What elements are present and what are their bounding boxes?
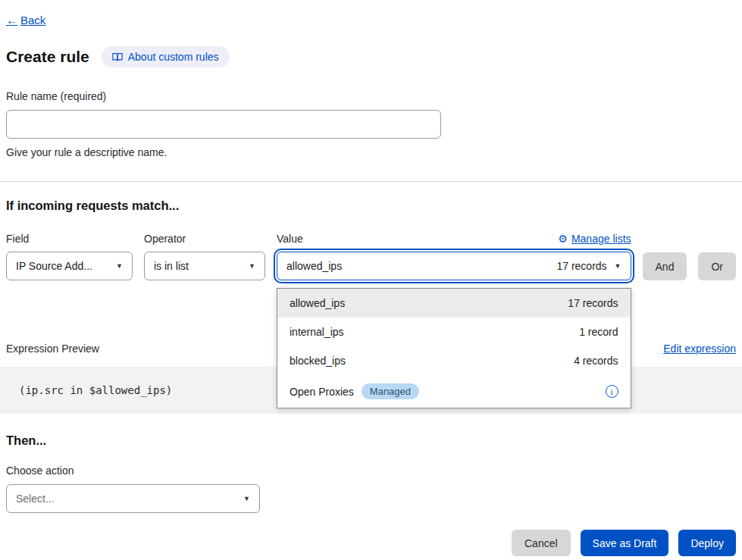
value-select-value: allowed_ips bbox=[286, 260, 342, 272]
then-section-heading: Then... bbox=[6, 433, 736, 448]
section-divider bbox=[0, 181, 742, 182]
about-custom-rules-link[interactable]: About custom rules bbox=[102, 46, 230, 67]
cancel-button[interactable]: Cancel bbox=[512, 530, 571, 556]
choose-action-label: Choose action bbox=[6, 465, 736, 477]
action-select[interactable]: Select... ▼ bbox=[6, 484, 260, 513]
edit-expression-link[interactable]: Edit expression bbox=[663, 343, 736, 355]
operator-select-value: is in list bbox=[154, 260, 189, 272]
list-name: internal_ips bbox=[290, 326, 344, 338]
and-button[interactable]: And bbox=[643, 252, 687, 280]
list-name: blocked_ips bbox=[290, 355, 346, 367]
value-select[interactable]: allowed_ips 17 records ▼ bbox=[277, 252, 631, 280]
dropdown-item-open-proxies[interactable]: Open Proxies Managed i bbox=[277, 375, 631, 408]
deploy-button[interactable]: Deploy bbox=[678, 530, 736, 556]
manage-lists-link[interactable]: ⚙ Manage lists bbox=[558, 233, 631, 245]
match-section-heading: If incoming requests match... bbox=[6, 199, 736, 213]
field-label: Field bbox=[6, 233, 133, 245]
page-title: Create rule bbox=[6, 48, 89, 66]
save-as-draft-button[interactable]: Save as Draft bbox=[581, 530, 669, 556]
info-icon[interactable]: i bbox=[606, 385, 618, 398]
book-icon bbox=[112, 52, 123, 62]
list-record-count: 17 records bbox=[568, 297, 618, 309]
list-name: allowed_ips bbox=[290, 297, 345, 309]
dropdown-item-internal-ips[interactable]: internal_ips 1 record bbox=[277, 318, 631, 346]
field-select[interactable]: IP Source Add... ▼ bbox=[6, 252, 133, 280]
back-link-label: Back bbox=[20, 14, 45, 27]
dropdown-item-blocked-ips[interactable]: blocked_ips 4 records bbox=[277, 346, 631, 375]
manage-lists-label: Manage lists bbox=[571, 233, 631, 245]
list-record-count: 1 record bbox=[579, 326, 618, 338]
chevron-down-icon: ▼ bbox=[615, 262, 621, 270]
managed-badge: Managed bbox=[362, 383, 419, 399]
back-arrow-icon: ← bbox=[6, 14, 17, 27]
rule-name-label: Rule name (required) bbox=[6, 90, 736, 102]
action-select-placeholder: Select... bbox=[16, 493, 55, 505]
rule-name-input[interactable] bbox=[6, 110, 441, 139]
list-record-count: 4 records bbox=[574, 355, 618, 367]
expression-preview-label: Expression Preview bbox=[6, 343, 99, 355]
back-link[interactable]: ←Back bbox=[6, 14, 45, 27]
chevron-down-icon: ▼ bbox=[243, 495, 250, 502]
gear-icon: ⚙ bbox=[558, 233, 568, 245]
field-select-value: IP Source Add... bbox=[16, 260, 92, 272]
about-badge-label: About custom rules bbox=[128, 51, 219, 63]
list-name: Open Proxies bbox=[290, 386, 354, 398]
value-select-meta: 17 records bbox=[556, 260, 606, 272]
or-button[interactable]: Or bbox=[698, 252, 736, 280]
rule-name-helper: Give your rule a descriptive name. bbox=[6, 146, 736, 158]
value-dropdown-menu: allowed_ips 17 records internal_ips 1 re… bbox=[277, 288, 631, 408]
value-label: Value bbox=[277, 233, 303, 245]
operator-select[interactable]: is in list ▼ bbox=[144, 252, 265, 280]
operator-label: Operator bbox=[144, 233, 265, 245]
chevron-down-icon: ▼ bbox=[116, 262, 123, 270]
dropdown-item-allowed-ips[interactable]: allowed_ips 17 records bbox=[277, 289, 631, 318]
chevron-down-icon: ▼ bbox=[249, 262, 255, 270]
